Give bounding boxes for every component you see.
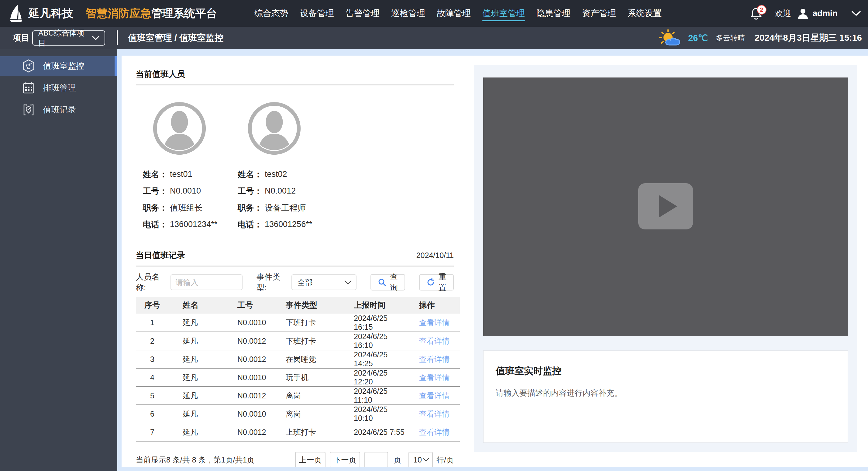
cell-report-time: 2024/6/25 11:10 [340, 386, 405, 405]
project-chevron-down-icon [92, 36, 100, 40]
product-title-highlight: 智慧消防应急 [86, 7, 151, 20]
play-icon [659, 195, 677, 218]
page-size-select[interactable]: 10 [408, 452, 433, 468]
cell-event-type: 玩手机 [272, 368, 340, 386]
reset-button-label: 重置 [439, 272, 446, 293]
table-row: 5 延凡 N0.0012 离岗 2024/6/25 11:10 查看详情 [136, 386, 460, 405]
datetime-label: 2024年8月3日星期三 15:16 [755, 32, 862, 44]
monitor-description: 请输入要描述的内容进行内容补充。 [496, 388, 835, 398]
next-page-button[interactable]: 下一页 [330, 452, 360, 468]
view-details-link[interactable]: 查看详情 [419, 355, 450, 364]
table-row: 3 延凡 N0.0012 在岗睡觉 2024/6/25 14:25 查看详情 [136, 350, 460, 368]
type-filter-label: 事件类型: [256, 272, 286, 293]
cell-event-type: 下班打卡 [272, 332, 340, 350]
pagination-info: 当前显示8 条/共 8 条，第1页/共1页 [136, 455, 254, 465]
nav-item-fault[interactable]: 故障管理 [437, 0, 471, 27]
reset-button[interactable]: 重置 [419, 274, 454, 290]
project-select[interactable]: ABC综合体项目 [32, 30, 105, 45]
event-type-select[interactable]: 全部 [291, 274, 356, 290]
table-row: 4 延凡 N0.0010 玩手机 2024/6/25 12:20 查看详情 [136, 368, 460, 386]
page-number-input[interactable] [364, 452, 388, 468]
col-header-workid: 工号 [223, 297, 272, 314]
cell-index: 5 [136, 386, 169, 405]
search-button[interactable]: 查询 [370, 274, 405, 290]
records-table: 序号 姓名 工号 事件类型 上报时间 操作 1 延凡 N0.0010 下班打卡 [136, 297, 460, 442]
main-content: 当前值班人员 [117, 49, 868, 471]
content-bottom-strip [117, 467, 868, 471]
nav-item-duty-room[interactable]: 值班室管理 [482, 0, 525, 27]
col-header-actions: 操作 [405, 297, 460, 314]
video-player[interactable] [483, 77, 848, 336]
cell-event-type: 上班打卡 [272, 423, 340, 441]
nav-item-inspection[interactable]: 巡检管理 [391, 0, 425, 27]
person-field-phone: 电话：136001234** [143, 220, 238, 228]
prev-page-button[interactable]: 上一页 [295, 452, 326, 468]
nav-item-device[interactable]: 设备管理 [300, 0, 334, 27]
welcome-label: 欢迎 [775, 8, 792, 19]
page-size-value: 10 [413, 456, 422, 464]
records-date: 2024/10/11 [416, 251, 454, 260]
field-label: 职务： [143, 202, 167, 213]
nav-item-overview[interactable]: 综合态势 [254, 0, 288, 27]
person-field-name: 姓名：test02 [238, 170, 333, 178]
cell-name: 延凡 [169, 350, 223, 368]
cell-report-time: 2024/6/25 7:55 [340, 423, 405, 441]
select-chevron-down-icon [344, 280, 352, 284]
view-details-link[interactable]: 查看详情 [419, 337, 450, 345]
cell-event-type: 离岗 [272, 386, 340, 405]
cell-index: 2 [136, 332, 169, 350]
page: 延凡科技 智慧消防应急管理系统平台 综合态势 设备管理 告警管理 巡检管理 故障… [0, 0, 868, 471]
col-header-event-type: 事件类型 [272, 297, 340, 314]
subbar-right: 26℃ 多云转晴 2024年8月3日星期三 15:16 [659, 27, 862, 49]
records-filters: 人员名称: 事件类型: 全部 查询 [136, 274, 454, 290]
calendar-icon [22, 81, 35, 95]
notification-bell-button[interactable]: 2 [749, 7, 763, 20]
cell-index: 3 [136, 350, 169, 368]
brand-name: 延凡科技 [29, 6, 73, 21]
sidebar-item-duty-records[interactable]: 值班记录 [0, 100, 117, 119]
col-header-index: 序号 [136, 297, 169, 314]
cell-index: 7 [136, 423, 169, 441]
sidebar-item-duty-room-monitor[interactable]: 值班室监控 [0, 56, 117, 76]
user-menu-chevron-down-icon[interactable] [851, 10, 861, 17]
duty-record-icon [22, 103, 35, 116]
view-details-link[interactable]: 查看详情 [419, 428, 450, 436]
avatar [153, 102, 206, 155]
header-right: 2 欢迎 admin [749, 0, 861, 27]
nav-item-settings[interactable]: 系统设置 [628, 0, 662, 27]
col-header-report-time: 上报时间 [340, 297, 405, 314]
username-label[interactable]: admin [813, 8, 838, 18]
field-value: N0.0012 [265, 186, 296, 196]
sub-header-bar: 项目 ABC综合体项目 值班室管理 / 值班室监控 [0, 27, 868, 49]
nav-item-alarm[interactable]: 告警管理 [346, 0, 380, 27]
person-card: 姓名：test02 工号：N0.0012 职务：设备工程师 电话：1360012… [238, 102, 333, 228]
cell-name: 延凡 [169, 314, 223, 332]
monitor-panel: 值班室实时监控 请输入要描述的内容进行内容补充。 [474, 65, 857, 452]
records-section-divider [136, 265, 454, 266]
nav-item-hazard[interactable]: 隐患管理 [536, 0, 570, 27]
breadcrumb: 值班室管理 / 值班室监控 [128, 27, 223, 49]
name-filter-input[interactable] [170, 274, 243, 290]
pagination: 当前显示8 条/共 8 条，第1页/共1页 上一页 下一页 页 10 行/页 [136, 452, 454, 468]
table-row: 2 延凡 N0.0012 下班打卡 2024/6/25 16:10 查看详情 [136, 332, 460, 350]
weather-sun-cloud-icon [659, 29, 683, 47]
person-field-workid: 工号：N0.0012 [238, 187, 333, 195]
field-label: 电话： [238, 219, 262, 230]
cell-event-type: 在岗睡觉 [272, 350, 340, 368]
table-row: 1 延凡 N0.0010 下班打卡 2024/6/25 16:15 查看详情 [136, 314, 460, 332]
view-details-link[interactable]: 查看详情 [419, 410, 450, 418]
play-button[interactable] [638, 183, 693, 229]
sidebar-item-shift-management[interactable]: 排班管理 [0, 78, 117, 98]
cell-report-time: 2024/6/25 16:10 [340, 332, 405, 350]
cell-workid: N0.0012 [223, 423, 272, 441]
field-value: 136001234** [170, 220, 217, 229]
view-details-link[interactable]: 查看详情 [419, 373, 450, 382]
cell-report-time: 2024/6/25 10:10 [340, 405, 405, 423]
breadcrumb-divider [117, 30, 118, 45]
view-details-link[interactable]: 查看详情 [419, 391, 450, 400]
sidebar-scrollbar-thumb[interactable] [115, 56, 117, 76]
search-button-label: 查询 [390, 272, 398, 293]
view-details-link[interactable]: 查看详情 [419, 318, 450, 327]
nav-item-asset[interactable]: 资产管理 [582, 0, 616, 27]
cell-report-time: 2024/6/25 16:15 [340, 314, 405, 332]
